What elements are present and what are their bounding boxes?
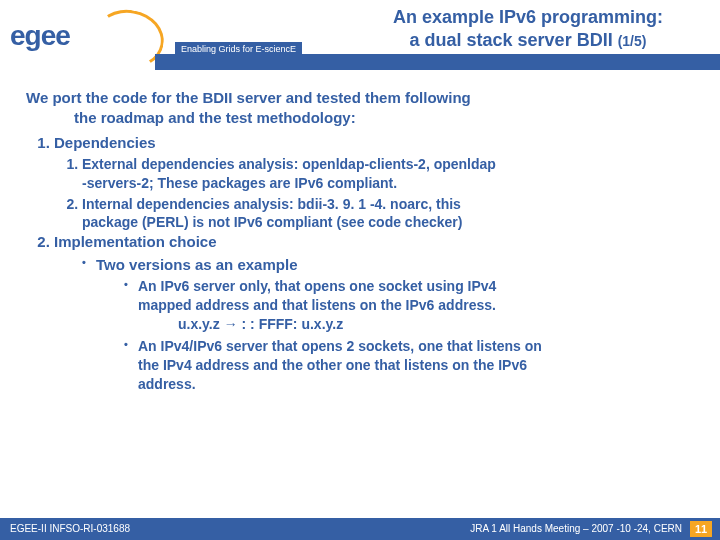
dual-l2: the IPv4 address and the other one that … xyxy=(138,357,527,373)
logo-letter: e xyxy=(55,20,70,51)
intro-text: We port the code for the BDII server and… xyxy=(26,88,698,129)
map-right: : : FFFF: u.x.y.z xyxy=(242,316,344,332)
dependencies-item: Dependencies External dependencies analy… xyxy=(54,133,698,233)
title-line-2: a dual stack server BDII xyxy=(410,30,613,50)
main-list: Dependencies External dependencies analy… xyxy=(26,133,698,395)
internal-deps-text-a: : bdii-3. 9. 1 -4. noarc, this xyxy=(289,196,461,212)
header-blue-band xyxy=(155,54,720,70)
egee-logo: egee xyxy=(10,8,150,66)
logo-letter: e xyxy=(10,20,25,51)
footer-page-number: 11 xyxy=(690,521,712,537)
two-versions-item: Two versions as an example An IPv6 serve… xyxy=(82,255,698,395)
ipv4-ipv6-item: An IPv4/IPv6 server that opens 2 sockets… xyxy=(124,337,698,394)
implementation-sublist: Two versions as an example An IPv6 serve… xyxy=(54,255,698,395)
dual-l3: address. xyxy=(138,376,196,392)
logo-letter: e xyxy=(41,20,56,51)
title-pager: (1/5) xyxy=(618,33,647,49)
intro-line-1: We port the code for the BDII server and… xyxy=(26,89,471,106)
external-deps-label: External dependencies analysis: xyxy=(82,156,298,172)
footer-center: JRA 1 All Hands Meeting – 2007 -10 -24, … xyxy=(470,523,682,534)
map-left: u.x.y.z xyxy=(178,316,220,332)
footer-left: EGEE-II INFSO-RI-031688 xyxy=(10,523,130,534)
internal-deps-item: Internal dependencies analysis: bdii-3. … xyxy=(82,195,698,233)
slide-header: egee Enabling Grids for E-sciencE An exa… xyxy=(0,0,720,70)
versions-sublist: An IPv6 server only, that opens one sock… xyxy=(96,277,698,394)
slide-footer: EGEE-II INFSO-RI-031688 JRA 1 All Hands … xyxy=(0,518,720,540)
external-deps-item: External dependencies analysis: openldap… xyxy=(82,155,698,193)
ipv6-only-l2: mapped address and that listens on the I… xyxy=(138,297,496,313)
implementation-heading: Implementation choice xyxy=(54,233,217,250)
internal-deps-label: Internal dependencies analysis xyxy=(82,196,289,212)
external-deps-text-b: -servers-2; These packages are IPv6 comp… xyxy=(82,175,397,191)
external-deps-text-a: openldap-clients-2, openldap xyxy=(298,156,496,172)
logo-text: egee xyxy=(10,20,70,52)
arrow-icon: → xyxy=(224,316,238,332)
dependencies-heading: Dependencies xyxy=(54,134,156,151)
header-tagline: Enabling Grids for E-sciencE xyxy=(175,42,302,56)
intro-line-2: the roadmap and the test methodology: xyxy=(26,108,698,128)
two-versions-text: Two versions as an example xyxy=(96,256,297,273)
logo-letter: g xyxy=(25,20,41,51)
address-mapping: u.x.y.z → : : FFFF: u.x.y.z xyxy=(138,315,698,334)
slide-body: We port the code for the BDII server and… xyxy=(0,70,720,394)
ipv6-only-item: An IPv6 server only, that opens one sock… xyxy=(124,277,698,334)
internal-deps-text-b: package (PERL) is not IPv6 compliant (se… xyxy=(82,214,462,230)
slide-title: An example IPv6 programming: a dual stac… xyxy=(348,6,708,51)
dual-l1: An IPv4/IPv6 server that opens 2 sockets… xyxy=(138,338,542,354)
dependencies-sublist: External dependencies analysis: openldap… xyxy=(54,155,698,233)
title-line-1: An example IPv6 programming: xyxy=(393,7,663,27)
implementation-item: Implementation choice Two versions as an… xyxy=(54,232,698,394)
ipv6-only-l1: An IPv6 server only, that opens one sock… xyxy=(138,278,496,294)
